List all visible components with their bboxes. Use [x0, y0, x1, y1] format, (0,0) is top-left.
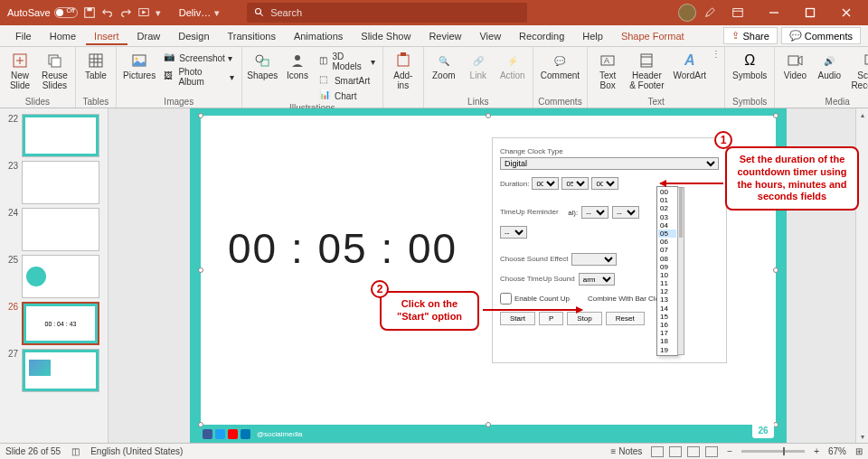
chart-button[interactable]: 📊Chart	[316, 89, 379, 103]
duration-minutes-select[interactable]: 05	[561, 177, 589, 190]
zoom-button[interactable]: 🔍Zoom	[428, 49, 460, 82]
slideshow-view-icon[interactable]	[705, 446, 718, 457]
search-icon	[254, 7, 265, 18]
addins-button[interactable]: Add- ins	[387, 49, 420, 92]
textbox-button[interactable]: AText Box	[591, 49, 624, 92]
reading-view-icon[interactable]	[687, 446, 700, 457]
sound-effect-select[interactable]	[571, 253, 617, 266]
accessibility-icon[interactable]: ◫	[71, 446, 80, 456]
tab-recording[interactable]: Recording	[511, 27, 572, 45]
slide-editor[interactable]: 00 : 05 : 00 Change Clock Type Digital D…	[108, 108, 868, 443]
slide-canvas: 00 : 05 : 00 Change Clock Type Digital D…	[190, 108, 787, 443]
duration-hours-select[interactable]: 00	[532, 177, 559, 190]
zoom-level[interactable]: 67%	[828, 446, 846, 456]
tab-slideshow[interactable]: Slide Show	[353, 27, 419, 45]
tab-transitions[interactable]: Transitions	[220, 27, 284, 45]
timeup-select-2[interactable]: --	[612, 206, 639, 219]
embedded-object[interactable]: 00 : 05 : 00 Change Clock Type Digital D…	[201, 116, 776, 425]
pen-icon[interactable]	[703, 6, 716, 19]
close-icon[interactable]	[832, 0, 861, 25]
smartart-button[interactable]: ⬚SmartArt	[316, 73, 379, 88]
slideshow-icon[interactable]	[137, 6, 150, 19]
language-status[interactable]: English (United States)	[90, 446, 183, 456]
timeup-sound-select[interactable]: arm	[579, 273, 615, 286]
wordart-button[interactable]: AWordArt	[670, 49, 711, 82]
document-title[interactable]: Deliv…▾	[179, 7, 220, 19]
screenshot-button[interactable]: 📷Screenshot▾	[160, 51, 237, 65]
header-footer-button[interactable]: Header & Footer	[626, 49, 667, 92]
ribbon-group-tables: Table Tables	[76, 47, 117, 108]
ribbon-mode-icon[interactable]	[723, 0, 752, 25]
screen-recording-button[interactable]: Screen Recording	[847, 49, 868, 92]
enable-countup-checkbox[interactable]: Enable Count Up	[500, 293, 570, 304]
thumbnail-panel[interactable]: 22 23 24 25 2600 : 04 : 43 27	[0, 108, 108, 443]
comment-button[interactable]: 💬Comment	[537, 49, 583, 82]
thumbnail-26[interactable]: 00 : 04 : 43	[22, 302, 99, 345]
dropdown-scrollbar[interactable]	[677, 187, 684, 355]
3d-models-button[interactable]: ◫3D Models▾	[316, 51, 379, 72]
new-slide-button[interactable]: New Slide	[4, 49, 36, 92]
youtube-icon	[228, 429, 238, 439]
notes-button[interactable]: ≡ Notes	[611, 446, 643, 456]
pictures-button[interactable]: Pictures	[120, 49, 158, 82]
thumbnail-25[interactable]	[22, 255, 99, 298]
zoom-out-button[interactable]: −	[727, 446, 732, 456]
duration-seconds-select[interactable]: 00	[591, 177, 618, 190]
ribbon-group-slides: New Slide Reuse Slides Slides	[0, 47, 76, 108]
share-button[interactable]: ⇪Share	[723, 27, 777, 44]
timeup-select-1[interactable]: --	[581, 206, 609, 219]
shapes-button[interactable]: Shapes	[246, 49, 279, 82]
seconds-dropdown-list[interactable]: 0001020304050607080910111213141516171819	[656, 186, 678, 356]
stop-button[interactable]: Stop	[567, 312, 601, 325]
tab-home[interactable]: Home	[42, 27, 84, 45]
thumbnail-27[interactable]	[22, 349, 99, 392]
video-button[interactable]: Video	[778, 49, 811, 82]
reset-button[interactable]: Reset	[606, 312, 645, 325]
tab-review[interactable]: Review	[420, 27, 469, 45]
thumbnail-22[interactable]	[22, 114, 99, 157]
svg-rect-1	[87, 8, 91, 12]
icons-button[interactable]: Icons	[281, 49, 314, 82]
table-button[interactable]: Table	[80, 49, 112, 82]
tab-shape-format[interactable]: Shape Format	[613, 27, 693, 45]
undo-icon[interactable]	[101, 6, 114, 19]
tab-help[interactable]: Help	[574, 27, 611, 45]
minimize-icon[interactable]	[760, 0, 788, 25]
link-button[interactable]: 🔗Link	[462, 49, 495, 82]
combine-bar-checkbox[interactable]: Combine With Bar Clock	[588, 295, 666, 303]
tab-view[interactable]: View	[471, 27, 509, 45]
zoom-in-button[interactable]: +	[814, 446, 819, 456]
thumbnail-24[interactable]	[22, 208, 99, 251]
save-icon[interactable]	[83, 6, 96, 19]
search-input[interactable]	[270, 7, 520, 18]
search-box[interactable]	[247, 3, 527, 23]
fit-to-window-button[interactable]: ⊞	[855, 446, 863, 456]
svg-rect-15	[52, 58, 61, 67]
timeup-select-3[interactable]: --	[500, 226, 527, 239]
photo-album-button[interactable]: 🖼Photo Album▾	[160, 66, 237, 88]
normal-view-icon[interactable]	[651, 446, 664, 457]
tab-animations[interactable]: Animations	[286, 27, 351, 45]
smartart-icon: ⬚	[319, 74, 332, 87]
pause-button[interactable]: P	[539, 312, 563, 325]
social-handle: @socialmedia	[257, 430, 302, 438]
tab-draw[interactable]: Draw	[129, 27, 169, 45]
tab-insert[interactable]: Insert	[86, 27, 127, 45]
comments-button[interactable]: 💬Comments	[781, 27, 861, 44]
audio-button[interactable]: 🔊Audio	[813, 49, 845, 82]
thumbnail-23[interactable]	[22, 161, 99, 204]
user-avatar[interactable]	[678, 4, 696, 22]
maximize-icon[interactable]	[796, 0, 825, 25]
reuse-slides-button[interactable]: Reuse Slides	[38, 49, 71, 92]
zoom-slider[interactable]	[741, 450, 805, 453]
redo-icon[interactable]	[119, 6, 132, 19]
sorter-view-icon[interactable]	[669, 446, 682, 457]
tab-file[interactable]: File	[7, 27, 40, 45]
autosave-toggle[interactable]: AutoSave Off	[7, 7, 78, 18]
clock-type-select[interactable]: Digital	[500, 157, 719, 170]
start-button[interactable]: Start	[500, 312, 535, 325]
symbols-button[interactable]: ΩSymbols	[729, 49, 770, 82]
tab-design[interactable]: Design	[170, 27, 217, 45]
svg-point-25	[295, 55, 300, 61]
action-button[interactable]: ⚡Action	[496, 49, 529, 82]
